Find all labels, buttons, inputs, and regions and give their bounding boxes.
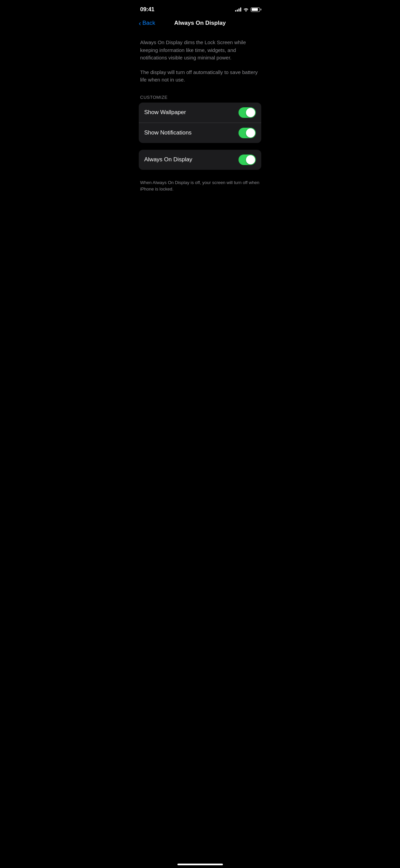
show-notifications-toggle[interactable] <box>239 128 256 138</box>
always-on-display-label: Always On Display <box>144 156 192 163</box>
toggle-knob <box>246 128 255 138</box>
signal-icon <box>235 7 241 12</box>
battery-icon <box>251 7 260 12</box>
description-first: Always On Display dims the Lock Screen w… <box>140 39 260 62</box>
battery-fill <box>252 8 258 11</box>
show-wallpaper-row: Show Wallpaper <box>139 103 261 123</box>
back-label: Back <box>142 20 155 26</box>
status-icons <box>235 7 260 12</box>
description-block: Always On Display dims the Lock Screen w… <box>139 32 261 95</box>
show-notifications-row: Show Notifications <box>139 123 261 143</box>
always-on-display-toggle[interactable] <box>239 155 256 165</box>
content: Always On Display dims the Lock Screen w… <box>133 32 267 193</box>
show-wallpaper-toggle[interactable] <box>239 107 256 118</box>
wifi-icon <box>243 7 249 12</box>
show-wallpaper-label: Show Wallpaper <box>144 109 186 116</box>
toggle-knob <box>246 108 255 117</box>
customize-section-label: CUSTOMIZE <box>139 95 261 100</box>
toggle-knob <box>246 155 255 164</box>
customize-section: CUSTOMIZE Show Wallpaper Show Notificati… <box>139 95 261 143</box>
back-button[interactable]: ‹ Back <box>139 20 155 26</box>
status-time: 09:41 <box>140 6 154 13</box>
page-title: Always On Display <box>174 20 226 26</box>
nav-bar: ‹ Back Always On Display <box>133 17 267 32</box>
status-bar: 09:41 <box>133 0 267 17</box>
description-second: The display will turn off automatically … <box>140 69 260 84</box>
customize-settings-group: Show Wallpaper Show Notifications <box>139 103 261 143</box>
always-on-display-row: Always On Display <box>139 150 261 170</box>
always-on-section: Always On Display When Always On Display… <box>139 150 261 193</box>
back-chevron-icon: ‹ <box>139 20 141 26</box>
always-on-footer-text: When Always On Display is off, your scre… <box>139 177 261 193</box>
always-on-settings-group: Always On Display <box>139 150 261 170</box>
show-notifications-label: Show Notifications <box>144 129 192 136</box>
